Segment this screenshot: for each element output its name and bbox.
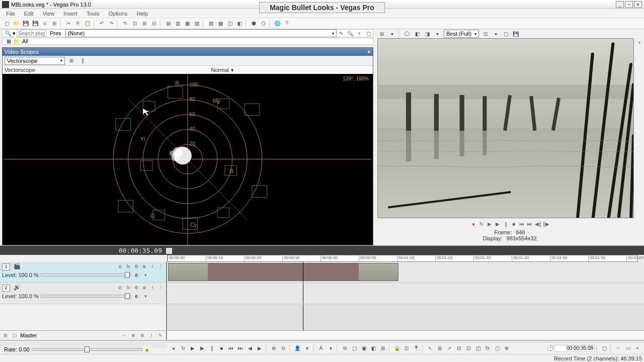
web-icon[interactable]: 🌐 bbox=[273, 19, 282, 28]
save-icon[interactable]: 💾 bbox=[21, 19, 30, 28]
zoom-icon[interactable]: ▢ bbox=[600, 344, 609, 353]
cut-icon[interactable]: ✂ bbox=[64, 19, 73, 28]
edit-tool-icon[interactable]: ▢ bbox=[493, 344, 502, 353]
preview-icon[interactable]: ▢ bbox=[501, 29, 510, 38]
tool-icon[interactable]: ▨ bbox=[206, 19, 215, 28]
automation-icon[interactable]: ⚙ bbox=[133, 263, 140, 270]
preview-icon[interactable]: ⊡ bbox=[481, 29, 490, 38]
chevron-down-icon[interactable]: ▾ bbox=[231, 67, 234, 73]
tool-icon[interactable]: ▩ bbox=[216, 19, 225, 28]
edit-tool-icon[interactable]: ⊟ bbox=[454, 344, 463, 353]
render-icon[interactable]: ⎚ bbox=[40, 19, 49, 28]
loop-icon[interactable]: ↻ bbox=[478, 220, 485, 227]
tool-icon[interactable]: ⊞ bbox=[140, 19, 149, 28]
expand-icon[interactable]: ⊞ bbox=[2, 332, 9, 339]
menu-insert[interactable]: Insert bbox=[59, 10, 82, 18]
play-icon[interactable]: ▶ bbox=[494, 220, 501, 227]
icon[interactable]: ↔ bbox=[121, 332, 128, 339]
lock-icon[interactable]: 🔒 bbox=[392, 344, 401, 353]
stop-icon[interactable]: ■ bbox=[217, 344, 226, 353]
more-icon[interactable]: ⋮ bbox=[157, 284, 164, 291]
icon[interactable]: ⊕ bbox=[130, 332, 137, 339]
record-icon[interactable]: ● bbox=[169, 344, 178, 353]
snap-icon[interactable]: ⧉ bbox=[340, 344, 349, 353]
bypass-icon[interactable]: ⊘ bbox=[117, 284, 124, 291]
edit-tool-icon[interactable]: ↖ bbox=[426, 344, 435, 353]
dropdown-icon[interactable]: ▾ bbox=[13, 30, 16, 37]
edit-tool-icon[interactable]: A bbox=[316, 344, 326, 353]
go-end-icon[interactable]: ⏭ bbox=[526, 220, 533, 227]
next-frame-icon[interactable]: ▶ bbox=[255, 344, 264, 353]
expand-icon[interactable]: ▾ bbox=[142, 272, 149, 279]
menu-edit[interactable]: Edit bbox=[20, 10, 38, 18]
track-content-video[interactable] bbox=[167, 262, 644, 283]
pause-icon[interactable]: ∥ bbox=[207, 344, 216, 353]
properties-icon[interactable]: ⊞ bbox=[50, 19, 59, 28]
tool-icon[interactable]: ✎ bbox=[121, 19, 130, 28]
new-icon[interactable]: ▢ bbox=[2, 19, 11, 28]
solo-icon[interactable]: ! bbox=[149, 284, 156, 291]
menu-help[interactable]: Help bbox=[132, 10, 152, 18]
minimize-button[interactable]: _ bbox=[616, 1, 624, 8]
preview-icon[interactable]: ▾ bbox=[491, 29, 500, 38]
close-icon[interactable]: × bbox=[368, 49, 371, 55]
tool-icon[interactable]: ◫ bbox=[225, 19, 234, 28]
track-content-audio[interactable] bbox=[167, 283, 644, 304]
help-icon[interactable]: ? bbox=[282, 19, 291, 28]
tool-icon[interactable]: ⬢ bbox=[249, 19, 258, 28]
icon[interactable]: ✎ bbox=[157, 332, 164, 339]
rate-slider[interactable] bbox=[32, 348, 142, 351]
tool-icon[interactable]: ▧ bbox=[192, 19, 201, 28]
edit-tool-icon[interactable]: ◫ bbox=[473, 344, 482, 353]
icon[interactable]: ! bbox=[148, 332, 155, 339]
stop-icon[interactable]: ■ bbox=[510, 220, 517, 227]
open-icon[interactable]: 📁 bbox=[12, 19, 21, 28]
fx-icon[interactable]: ▢ bbox=[364, 29, 373, 38]
scope-icon[interactable]: ∥ bbox=[78, 56, 87, 65]
edit-tool-icon[interactable]: ▾ bbox=[326, 344, 335, 353]
play-start-icon[interactable]: ▶ bbox=[486, 220, 493, 227]
loop-icon[interactable]: ↻ bbox=[179, 344, 188, 353]
edit-tool-icon[interactable]: ⊕ bbox=[502, 344, 511, 353]
edit-tool-icon[interactable]: ▣ bbox=[359, 344, 368, 353]
menu-options[interactable]: Options bbox=[105, 10, 132, 18]
play-start-icon[interactable]: ▶ bbox=[188, 344, 197, 353]
tool-icon[interactable]: ▤ bbox=[164, 19, 173, 28]
pause-icon[interactable]: ∥ bbox=[502, 220, 509, 227]
mute-icon[interactable]: ⊗ bbox=[141, 263, 148, 270]
go-end-icon[interactable]: ⏭ bbox=[236, 344, 245, 353]
solo-icon[interactable]: ! bbox=[149, 263, 156, 270]
master-icon[interactable]: ▢ bbox=[11, 332, 18, 339]
zoom-out-icon[interactable]: − bbox=[614, 344, 623, 353]
fx-icon[interactable]: fx bbox=[125, 284, 132, 291]
preview-icon[interactable]: ◨ bbox=[423, 29, 432, 38]
fx-close-icon[interactable]: × bbox=[355, 29, 364, 38]
preview-icon[interactable]: ◧ bbox=[413, 29, 422, 38]
tree-expand-icon[interactable]: ⊞ bbox=[7, 38, 11, 45]
tool-icon[interactable]: ⊟ bbox=[149, 19, 158, 28]
fx-icon[interactable]: 🔍 bbox=[346, 29, 355, 38]
edit-tool-icon[interactable]: ⊞ bbox=[378, 344, 387, 353]
zoom-in-icon[interactable]: + bbox=[633, 344, 642, 353]
edit-tool-icon[interactable]: fx bbox=[483, 344, 492, 353]
maximize-button[interactable]: ▫ bbox=[625, 1, 633, 8]
edit-tool-icon[interactable]: ⊡ bbox=[464, 344, 473, 353]
edit-tool-icon[interactable]: 👤 bbox=[293, 344, 302, 353]
preview-icon[interactable]: 🖵 bbox=[403, 29, 412, 38]
more-icon[interactable]: ⋮ bbox=[157, 263, 164, 270]
prev-frame-icon[interactable]: ◀∥ bbox=[534, 220, 541, 227]
edit-tool-icon[interactable]: ▾ bbox=[302, 344, 311, 353]
play-icon[interactable]: ▶ bbox=[198, 344, 207, 353]
pan-icon[interactable]: ◐ bbox=[133, 293, 140, 300]
video-clip[interactable] bbox=[168, 263, 398, 281]
track-header-video[interactable]: 1 🎬 ⊘ fx ⚙ ⊗ ! ⋮ Level: 100.0 % ◐ ▾ bbox=[0, 262, 167, 283]
zoom-fit-icon[interactable]: ▭ bbox=[623, 344, 632, 353]
fx-icon[interactable]: ✎ bbox=[337, 29, 346, 38]
edit-tool-icon[interactable]: ◧ bbox=[369, 344, 378, 353]
preview-quality-dropdown[interactable]: Best (Full) ▾ bbox=[444, 30, 479, 38]
track-header-audio[interactable]: 2 🔊 ⊘ fx ⚙ ⊗ ! ⋮ Level: 100.0 % ◐ ▾ bbox=[0, 283, 167, 304]
mute-icon[interactable]: ⊗ bbox=[141, 284, 148, 291]
scope-type-dropdown[interactable]: Vectorscope ▾ bbox=[5, 57, 65, 65]
icon[interactable]: ⊗ bbox=[139, 332, 146, 339]
edit-tool-icon[interactable]: ⊞ bbox=[435, 344, 444, 353]
